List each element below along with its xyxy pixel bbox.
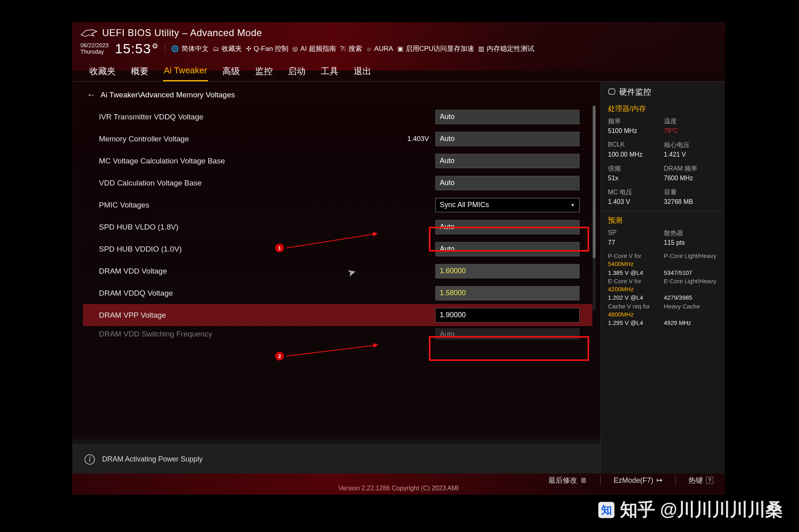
setting-value-input[interactable]: Auto — [435, 154, 580, 168]
sidebar-title: 🖵 硬件监控 — [608, 87, 717, 97]
date-display: 06/22/2023 Thursday — [81, 42, 109, 55]
setting-row[interactable]: PMIC Voltages Sync All PMICs ▼ — [83, 194, 592, 216]
chevron-down-icon: ▼ — [570, 202, 575, 208]
setting-value-dropdown[interactable]: Sync All PMICs ▼ — [435, 198, 580, 212]
gear-icon[interactable]: ⚙ — [152, 42, 159, 50]
monitor-icon: 🖵 — [608, 87, 616, 97]
setting-row[interactable]: Memory Controller Voltage 1.403V Auto — [83, 128, 592, 150]
tool-ai-oc[interactable]: ◎AI 超频指南 — [292, 44, 336, 53]
tab-ai-tweaker[interactable]: Ai Tweaker — [163, 64, 208, 81]
setting-value-input[interactable]: 1.90000 — [435, 308, 580, 322]
tab-monitor[interactable]: 监控 — [254, 64, 274, 81]
folder-icon: 🗂 — [213, 45, 219, 52]
tab-exit[interactable]: 退出 — [353, 64, 372, 81]
rog-logo-icon — [81, 28, 97, 37]
clipboard-icon: 🗎 — [580, 476, 588, 485]
tab-main[interactable]: 概要 — [130, 64, 149, 81]
tab-favorites[interactable]: 收藏夹 — [89, 64, 117, 81]
ai-icon: ◎ — [292, 45, 298, 52]
tool-search[interactable]: ?⃝搜索 — [340, 44, 362, 53]
hardware-monitor-sidebar: 🖵 硬件监控 处理器/内存 频率温度 5100 MHz78°C BCLK核心电压… — [600, 82, 725, 474]
tab-boot[interactable]: 启动 — [287, 64, 306, 81]
cpu-icon: ▣ — [397, 45, 403, 52]
tool-memtest[interactable]: ▥内存稳定性测试 — [478, 44, 534, 53]
setting-row-selected[interactable]: DRAM VPP Voltage 1.90000 — [83, 304, 592, 326]
help-text: DRAM Activating Power Supply — [102, 455, 203, 463]
info-icon: i — [85, 454, 95, 465]
svg-text:知: 知 — [600, 504, 612, 516]
breadcrumb: ← Ai Tweaker\Advanced Memory Voltages — [87, 90, 596, 100]
sidebar-section-prediction: 预测 — [608, 216, 717, 225]
back-arrow-icon[interactable]: ← — [87, 90, 96, 100]
tool-favorites[interactable]: 🗂收藏夹 — [213, 44, 242, 53]
footer-ezmode[interactable]: EzMode(F7)↦ — [614, 476, 662, 485]
exit-icon: ↦ — [656, 476, 662, 485]
setting-row[interactable]: SPD HUB VDDIO (1.0V) Auto — [83, 238, 592, 260]
setting-aux-value: 1.403V — [401, 135, 429, 143]
bios-window: UEFI BIOS Utility – Advanced Mode 06/22/… — [72, 22, 725, 495]
aura-icon: ☼ — [366, 45, 372, 52]
annotation-arrow-2 — [286, 345, 378, 357]
setting-row[interactable]: DRAM VDDQ Voltage 1.58000 — [83, 282, 592, 304]
tool-language[interactable]: 🌐简体中文 — [171, 44, 209, 53]
globe-icon: 🌐 — [171, 45, 179, 52]
header: UEFI BIOS Utility – Advanced Mode 06/22/… — [72, 22, 725, 59]
scrollbar-thumb[interactable] — [593, 106, 596, 258]
setting-value-input[interactable]: Auto — [435, 110, 580, 124]
annotation-callout-2: 2 — [275, 352, 284, 361]
breadcrumb-text: Ai Tweaker\Advanced Memory Voltages — [101, 91, 235, 99]
nav-tabs: 收藏夹 概要 Ai Tweaker 高级 监控 启动 工具 退出 — [72, 59, 725, 82]
annotation-callout-1: 1 — [275, 244, 284, 252]
footer-last-modified[interactable]: 最后修改🗎 — [548, 476, 588, 485]
tool-qfan[interactable]: ✣Q-Fan 控制 — [246, 44, 288, 53]
content-pane: ← Ai Tweaker\Advanced Memory Voltages IV… — [72, 82, 600, 474]
setting-row[interactable]: DRAM VDD Switching Frequency Auto — [83, 326, 592, 342]
setting-value-input[interactable]: Auto — [435, 132, 580, 146]
tool-resize-bar[interactable]: ▣启用CPU访问显存加速 — [397, 44, 475, 53]
setting-row[interactable]: VDD Calculation Voltage Base Auto — [83, 172, 592, 194]
settings-list: IVR Transmitter VDDQ Voltage Auto Memory… — [83, 106, 596, 342]
setting-row[interactable]: SPD HUB VLDO (1.8V) Auto — [83, 216, 592, 238]
setting-value-input[interactable]: 1.60000 — [435, 264, 580, 278]
bios-title: UEFI BIOS Utility – Advanced Mode — [102, 27, 262, 38]
footer-hotkey[interactable]: 热键? — [688, 476, 713, 485]
setting-value-input[interactable]: Auto — [435, 328, 580, 340]
mem-icon: ▥ — [478, 45, 484, 52]
sidebar-grid-cpu-mem: 频率温度 5100 MHz78°C BCLK核心电压 100.00 MHz1.4… — [608, 117, 717, 206]
tab-tool[interactable]: 工具 — [320, 64, 339, 81]
setting-row[interactable]: IVR Transmitter VDDQ Voltage Auto — [83, 106, 592, 128]
sidebar-section-cpu-mem: 处理器/内存 — [608, 104, 717, 113]
watermark: 知 知乎 @川川川川川桑 — [597, 498, 783, 522]
setting-value-input[interactable]: 1.58000 — [435, 286, 580, 300]
clock-display: 15:53⚙ — [115, 41, 159, 56]
search-icon: ?⃝ — [340, 45, 346, 52]
fan-icon: ✣ — [246, 45, 251, 52]
setting-row[interactable]: DRAM VDD Voltage 1.60000 — [83, 260, 592, 282]
footer-bar: 最后修改🗎 EzMode(F7)↦ 热键? — [72, 466, 725, 494]
sidebar-grid-prediction: SP散热器 77115 pts — [608, 229, 717, 246]
setting-value-input[interactable]: Auto — [435, 242, 580, 256]
setting-value-input[interactable]: Auto — [435, 220, 580, 234]
tool-aura[interactable]: ☼AURA — [366, 45, 393, 53]
sidebar-prediction-details: P-Core V for 5400MHz P-Core Light/Heavy … — [608, 252, 717, 327]
zhihu-icon: 知 — [597, 500, 616, 520]
setting-value-input[interactable]: Auto — [435, 176, 580, 190]
tab-advanced[interactable]: 高级 — [221, 64, 241, 81]
setting-row[interactable]: MC Voltage Calculation Voltage Base Auto — [83, 150, 592, 172]
